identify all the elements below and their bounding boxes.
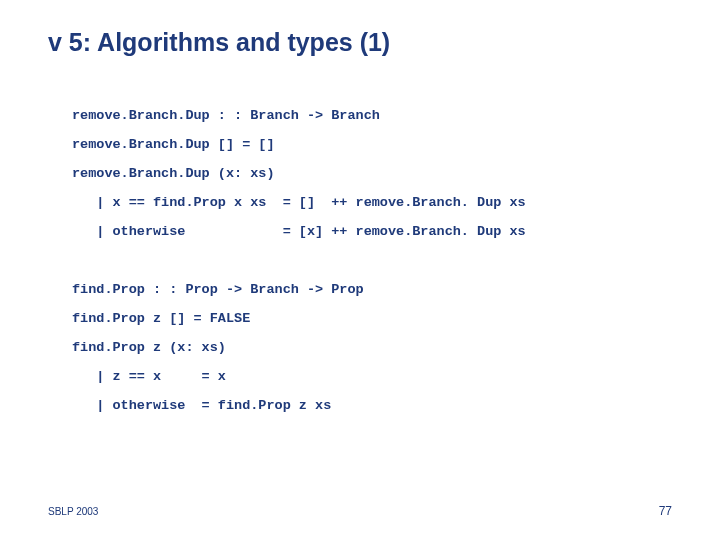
footer-page-number: 77 [659,504,672,518]
code-block: remove.Branch.Dup : : Branch -> Branch r… [72,101,672,420]
footer: SBLP 2003 77 [48,504,672,518]
slide-title: v 5: Algorithms and types (1) [48,28,672,57]
slide: v 5: Algorithms and types (1) remove.Bra… [0,0,720,540]
footer-conference: SBLP 2003 [48,506,98,517]
